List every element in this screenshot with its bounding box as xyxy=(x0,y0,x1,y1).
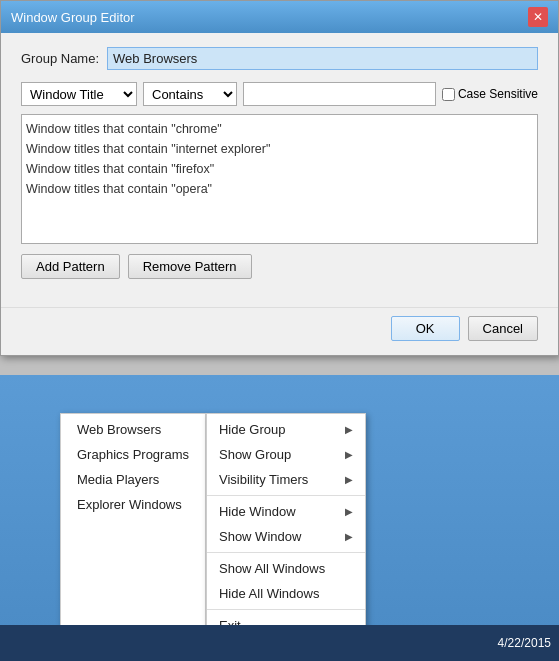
menu-divider-3 xyxy=(207,609,365,610)
remove-pattern-button[interactable]: Remove Pattern xyxy=(128,254,252,279)
left-context-menu: Web Browsers Graphics Programs Media Pla… xyxy=(60,413,206,642)
taskbar-time: 4/22/2015 xyxy=(498,636,551,650)
group-name-label: Group Name: xyxy=(21,51,99,66)
visibility-timers-label: Visibility Timers xyxy=(219,472,308,487)
patterns-list[interactable]: Window titles that contain "chrome" Wind… xyxy=(21,114,538,244)
dialog-footer: OK Cancel xyxy=(1,307,558,355)
pattern-item[interactable]: Window titles that contain "opera" xyxy=(26,179,533,199)
right-context-menu: Hide Group ▶ Show Group ▶ Visibility Tim… xyxy=(206,413,366,642)
dialog-window: Window Group Editor ✕ Group Name: Window… xyxy=(0,0,559,356)
menu-divider-1 xyxy=(207,495,365,496)
show-all-windows-label: Show All Windows xyxy=(219,561,325,576)
filter-type-select[interactable]: Window Title Process Name Class Name xyxy=(21,82,137,106)
pattern-item[interactable]: Window titles that contain "firefox" xyxy=(26,159,533,179)
taskbar-area: Web Browsers Graphics Programs Media Pla… xyxy=(0,375,559,661)
menu-item-hide-window[interactable]: Hide Window ▶ xyxy=(207,499,365,524)
case-sensitive-label: Case Sensitive xyxy=(442,87,538,101)
menu-item-show-group[interactable]: Show Group ▶ xyxy=(207,442,365,467)
taskbar-bottom: 4/22/2015 xyxy=(0,625,559,661)
dialog-titlebar: Window Group Editor ✕ xyxy=(1,1,558,33)
close-button[interactable]: ✕ xyxy=(528,7,548,27)
menu-item-hide-all-windows[interactable]: Hide All Windows xyxy=(207,581,365,606)
menu-item-media-players[interactable]: Media Players xyxy=(61,467,205,492)
dialog-body: Group Name: Window Title Process Name Cl… xyxy=(1,33,558,307)
pattern-item[interactable]: Window titles that contain "chrome" xyxy=(26,119,533,139)
menu-item-hide-group[interactable]: Hide Group ▶ xyxy=(207,417,365,442)
visibility-timers-arrow-icon: ▶ xyxy=(345,474,353,485)
show-group-label: Show Group xyxy=(219,447,291,462)
menu-item-graphics-programs[interactable]: Graphics Programs xyxy=(61,442,205,467)
menu-item-visibility-timers[interactable]: Visibility Timers ▶ xyxy=(207,467,365,492)
context-menu-container: Web Browsers Graphics Programs Media Pla… xyxy=(60,413,366,642)
add-pattern-button[interactable]: Add Pattern xyxy=(21,254,120,279)
menu-divider-2 xyxy=(207,552,365,553)
filter-text-input[interactable] xyxy=(243,82,436,106)
group-name-input[interactable] xyxy=(107,47,538,70)
filter-row: Window Title Process Name Class Name Con… xyxy=(21,82,538,106)
menu-item-explorer-windows[interactable]: Explorer Windows xyxy=(61,492,205,517)
hide-group-arrow-icon: ▶ xyxy=(345,424,353,435)
show-window-arrow-icon: ▶ xyxy=(345,531,353,542)
case-sensitive-checkbox[interactable] xyxy=(442,88,455,101)
cancel-button[interactable]: Cancel xyxy=(468,316,538,341)
filter-condition-select[interactable]: Contains Equals Starts With Ends With xyxy=(143,82,237,106)
show-window-label: Show Window xyxy=(219,529,301,544)
pattern-item[interactable]: Window titles that contain "internet exp… xyxy=(26,139,533,159)
dialog-title: Window Group Editor xyxy=(11,10,135,25)
hide-all-windows-label: Hide All Windows xyxy=(219,586,319,601)
menu-item-show-window[interactable]: Show Window ▶ xyxy=(207,524,365,549)
group-name-row: Group Name: xyxy=(21,47,538,70)
menu-item-show-all-windows[interactable]: Show All Windows xyxy=(207,556,365,581)
ok-button[interactable]: OK xyxy=(391,316,460,341)
hide-window-label: Hide Window xyxy=(219,504,296,519)
hide-group-label: Hide Group xyxy=(219,422,285,437)
menu-item-web-browsers[interactable]: Web Browsers xyxy=(61,417,205,442)
show-group-arrow-icon: ▶ xyxy=(345,449,353,460)
action-buttons-row: Add Pattern Remove Pattern xyxy=(21,254,538,279)
patterns-list-wrapper: Window titles that contain "chrome" Wind… xyxy=(21,114,538,244)
hide-window-arrow-icon: ▶ xyxy=(345,506,353,517)
